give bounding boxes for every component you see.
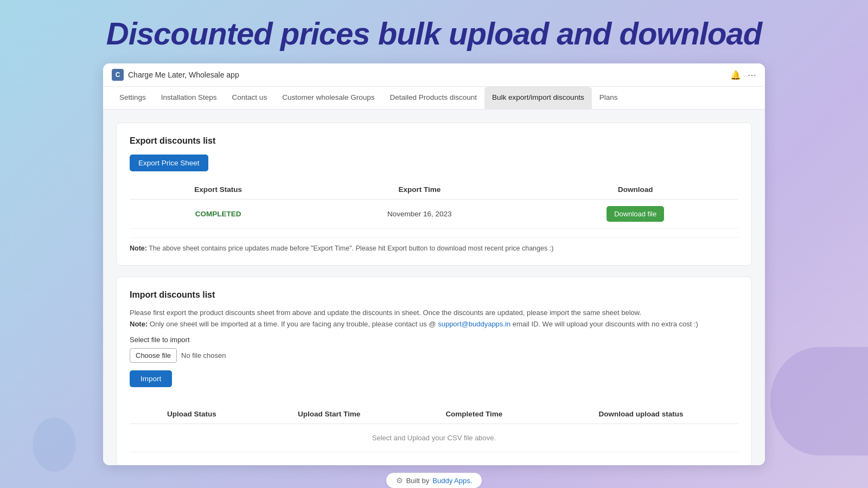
file-input-row: Choose file No file chosen (130, 348, 738, 363)
tab-installation-steps[interactable]: Installation Steps (154, 87, 225, 109)
import-table: Upload Status Upload Start Time Complete… (130, 404, 738, 452)
tab-contact-us[interactable]: Contact us (225, 87, 275, 109)
bell-icon[interactable]: 🔔 (730, 70, 741, 80)
support-email-link[interactable]: support@buddyapps.in (438, 320, 510, 328)
import-note: Note: Only one sheet will be imported at… (130, 320, 738, 328)
col-export-status: Export Status (130, 180, 307, 200)
download-file-button[interactable]: Download file (607, 206, 664, 222)
export-status-value: COMPLETED (130, 200, 307, 229)
empty-row: Select and Upload your CSV file above. (130, 424, 738, 452)
footer-badge: ⚙ Built by Buddy Apps. (386, 473, 482, 488)
content-area: Export discounts list Export Price Sheet… (103, 110, 765, 465)
col-upload-status: Upload Status (130, 404, 254, 424)
tab-plans[interactable]: Plans (592, 87, 626, 109)
empty-message: Select and Upload your CSV file above. (130, 424, 738, 452)
footer: ⚙ Built by Buddy Apps. (386, 473, 482, 488)
import-button[interactable]: Import (130, 370, 172, 387)
tab-bulk-export-import[interactable]: Bulk export/import discounts (484, 87, 592, 109)
export-table: Export Status Export Time Download COMPL… (130, 180, 738, 229)
gear-icon: ⚙ (396, 476, 403, 485)
import-card: Import discounts list Please first expor… (116, 277, 752, 465)
col-completed-time: Completed Time (404, 404, 544, 424)
no-file-chosen-text: No file chosen (181, 351, 226, 359)
import-note-label: Note: (130, 320, 148, 328)
nav-tabs: Settings Installation Steps Contact us C… (103, 87, 765, 110)
col-download-upload-status: Download upload status (544, 404, 738, 424)
buddy-apps-link[interactable]: Buddy Apps. (432, 477, 472, 485)
import-section-title: Import discounts list (130, 290, 738, 300)
import-note-text: Only one sheet will be imported at a tim… (150, 320, 436, 328)
col-download: Download (532, 180, 738, 200)
choose-file-button[interactable]: Choose file (130, 348, 177, 363)
note-content: The above sheet contains price updates m… (149, 245, 553, 252)
tab-customer-wholesale-groups[interactable]: Customer wholesale Groups (275, 87, 382, 109)
col-upload-start-time: Upload Start Time (254, 404, 405, 424)
tab-detailed-products-discount[interactable]: Detailed Products discount (382, 87, 484, 109)
export-time-value: November 16, 2023 (307, 200, 532, 229)
tab-settings[interactable]: Settings (112, 87, 154, 109)
download-cell: Download file (532, 200, 738, 229)
page-title: Discounted prices bulk upload and downlo… (106, 0, 762, 63)
export-note: Note: The above sheet contains price upd… (130, 237, 738, 252)
import-note-suffix: email ID. We will upload your discounts … (513, 320, 698, 328)
note-label: Note: (130, 245, 147, 252)
title-bar-left: C Charge Me Later, Wholesale app (112, 69, 239, 81)
dots-icon[interactable]: ⋯ (748, 70, 756, 80)
app-window: C Charge Me Later, Wholesale app 🔔 ⋯ Set… (103, 63, 765, 465)
title-bar: C Charge Me Later, Wholesale app 🔔 ⋯ (103, 63, 765, 87)
col-export-time: Export Time (307, 180, 532, 200)
select-file-label: Select file to import (130, 336, 738, 344)
bg-blob-right (770, 347, 868, 455)
footer-built-by: Built by (406, 477, 430, 485)
bg-blob-left (33, 418, 76, 472)
title-bar-right: 🔔 ⋯ (730, 70, 756, 80)
export-price-sheet-button[interactable]: Export Price Sheet (130, 155, 208, 171)
table-row: COMPLETED November 16, 2023 Download fil… (130, 200, 738, 229)
export-card: Export discounts list Export Price Sheet… (116, 123, 752, 266)
import-description: Please first export the product discount… (130, 309, 738, 317)
app-icon: C (112, 69, 124, 81)
app-name: Charge Me Later, Wholesale app (128, 70, 239, 79)
export-section-title: Export discounts list (130, 136, 738, 146)
